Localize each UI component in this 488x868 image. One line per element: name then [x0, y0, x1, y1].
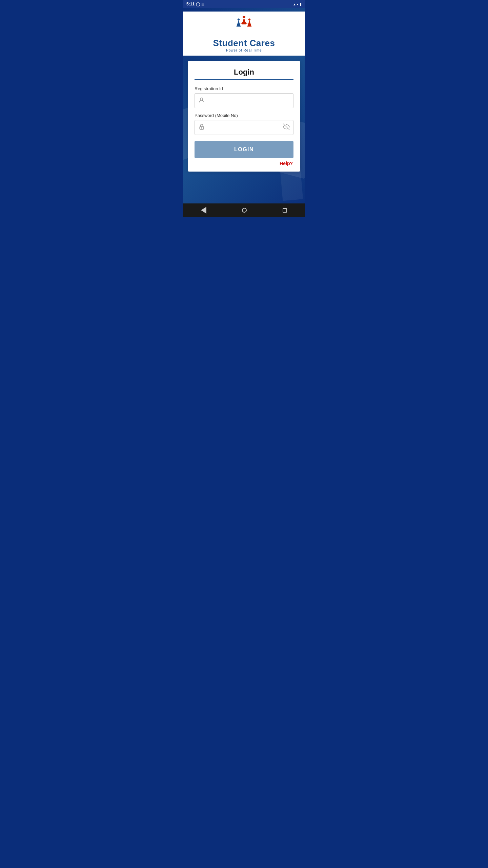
logo-section: Student Cares Power of Real Time: [183, 12, 305, 56]
svg-point-5: [248, 18, 250, 20]
status-bar-right: ▴ ▪ ▮: [293, 2, 302, 6]
registration-id-input[interactable]: [208, 98, 290, 103]
svg-marker-2: [237, 20, 241, 26]
nav-home-button[interactable]: [242, 208, 247, 213]
logo-graphic: [230, 16, 258, 37]
status-time: 5:11: [186, 2, 195, 6]
svg-marker-0: [242, 18, 246, 24]
svg-point-1: [243, 16, 245, 18]
nav-back-button[interactable]: [201, 207, 206, 214]
p-icon: ◯: [196, 2, 200, 6]
help-link[interactable]: Help?: [195, 161, 293, 166]
wifi-icon: ▴: [293, 2, 296, 6]
status-bar: 5:11 ◯ ☷ ▴ ▪ ▮: [183, 0, 305, 8]
recents-square-icon: [283, 208, 287, 213]
password-label: Password (Mobile No): [195, 113, 293, 118]
nav-bar: [183, 203, 305, 217]
login-title: Login: [195, 68, 293, 77]
sim-icon: ☷: [201, 2, 204, 6]
login-card: Login Registration Id Password (Mobile N…: [188, 61, 300, 172]
home-circle-icon: [242, 208, 247, 213]
password-wrapper: [195, 120, 293, 135]
registration-id-label: Registration Id: [195, 86, 293, 91]
registration-id-wrapper: [195, 93, 293, 108]
svg-marker-4: [247, 20, 252, 26]
lock-icon: [198, 123, 205, 132]
visibility-off-icon[interactable]: [283, 123, 290, 132]
logo-tagline: Power of Real Time: [226, 48, 262, 52]
signal-icon: ▪: [297, 2, 298, 6]
svg-point-10: [201, 127, 202, 129]
svg-point-8: [201, 98, 203, 100]
login-button[interactable]: LOGIN: [195, 141, 293, 158]
password-input[interactable]: [208, 125, 283, 130]
status-bar-left: 5:11 ◯ ☷: [186, 2, 204, 6]
nav-recents-button[interactable]: [283, 208, 287, 213]
logo-text-main: Student Cares: [213, 38, 275, 48]
user-icon: [198, 97, 205, 105]
login-divider: [195, 79, 293, 80]
main-content: Student Cares Power of Real Time Login R…: [183, 8, 305, 203]
battery-icon: ▮: [300, 2, 302, 6]
back-arrow-icon: [201, 207, 206, 214]
svg-point-3: [238, 18, 240, 20]
